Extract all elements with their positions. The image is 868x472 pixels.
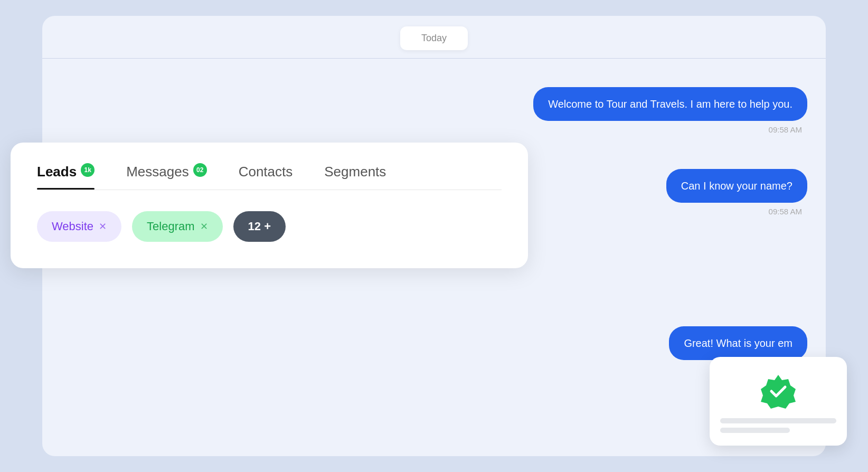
message-time-2: 09:58 AM (666, 207, 807, 216)
chip-website-label: Website (52, 220, 93, 233)
chip-telegram-label: Telegram (147, 220, 194, 233)
messages-badge: 02 (193, 163, 207, 177)
tab-leads[interactable]: Leads 1k (37, 164, 95, 190)
tab-messages-label: Messages (126, 164, 189, 180)
chip-telegram[interactable]: Telegram ✕ (132, 211, 222, 242)
svg-marker-0 (761, 375, 796, 409)
message-bubble: Can I know your name? (666, 169, 807, 203)
tabs-row: Leads 1k Messages 02 Contacts Segments (37, 164, 502, 190)
message-time-1: 09:58 AM (533, 125, 807, 134)
success-line-long (720, 418, 836, 423)
chip-website-remove[interactable]: ✕ (99, 221, 107, 232)
tab-segments[interactable]: Segments (324, 164, 386, 190)
chip-more[interactable]: 12 + (233, 211, 286, 242)
success-card (710, 357, 847, 446)
tab-leads-label: Leads (37, 164, 77, 180)
tab-messages[interactable]: Messages 02 (126, 164, 207, 190)
message-bubble: Great! What is your em (669, 326, 807, 360)
tab-contacts[interactable]: Contacts (239, 164, 293, 190)
chat-message-1: Welcome to Tour and Travels. I am here t… (533, 87, 807, 145)
chip-telegram-remove[interactable]: ✕ (200, 221, 208, 232)
success-line-short (720, 428, 790, 433)
main-card: Leads 1k Messages 02 Contacts Segments W… (11, 143, 528, 268)
success-lines (720, 418, 836, 433)
chips-row: Website ✕ Telegram ✕ 12 + (37, 211, 502, 242)
today-label: Today (400, 26, 468, 50)
chip-website[interactable]: Website ✕ (37, 211, 121, 242)
tab-divider (37, 190, 502, 190)
chip-more-label: 12 + (248, 220, 271, 233)
success-badge-icon (760, 373, 797, 410)
chat-divider (42, 58, 826, 59)
tab-segments-label: Segments (324, 164, 386, 180)
chat-message-2: Can I know your name? 09:58 AM (666, 169, 807, 226)
message-bubble: Welcome to Tour and Travels. I am here t… (533, 87, 807, 121)
leads-badge: 1k (81, 163, 95, 177)
tab-contacts-label: Contacts (239, 164, 293, 180)
